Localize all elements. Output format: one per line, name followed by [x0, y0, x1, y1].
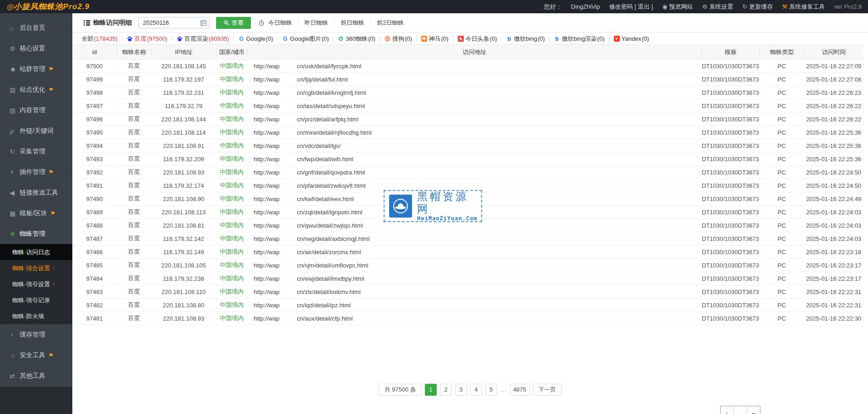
cell-id: 97495 — [72, 129, 117, 136]
corner-widget-button[interactable]: ⇅ — [747, 406, 760, 414]
quick-link[interactable]: 昨日蜘蛛 — [298, 19, 334, 27]
sidebar-item[interactable]: ▦ 模板/区块 ⚑ — [0, 203, 72, 223]
column-header: 国家/城市 — [216, 48, 247, 56]
topbar: ◎小旋风蜘蛛池Pro2.9 您好： DingZhiVip 修改密码 [ 退出 ]… — [0, 0, 868, 13]
url-suffix: cn/mxw/detail/njftocdhg.html — [297, 129, 371, 136]
collect-icon: ↻ — [10, 148, 20, 155]
last-page-button[interactable]: 4875 — [510, 384, 530, 396]
preview-site-link[interactable]: ◉预览网站 — [662, 3, 693, 11]
cell-spider-type: PC — [760, 142, 804, 149]
sidebar-item[interactable]: ▤ 内容管理 ⚑ — [0, 100, 72, 120]
spider-filter[interactable]: 百度渲染 (80935) — [172, 36, 233, 42]
cell-template: DT1030/1030DT3673 — [701, 302, 760, 309]
cell-visit-url: http://wapcn/aux/detail/cfp.html — [247, 315, 701, 322]
spider-filter[interactable]: b 微软bing渲染 (0) — [549, 36, 608, 42]
corner-widget-button[interactable]: 中 — [721, 406, 733, 414]
url-prefix: http://wap — [254, 129, 279, 136]
column-header: IP地址 — [151, 48, 216, 56]
view-button[interactable]: 查看 — [216, 17, 251, 29]
date-input[interactable] — [138, 17, 210, 28]
submenu-item[interactable]: 蜘蛛·综合设置 ↑ — [0, 260, 72, 276]
url-suffix: cn/qwu/detail/zwjtqo.html — [297, 222, 363, 229]
system-settings-link[interactable]: ⚙系统设置 — [702, 3, 733, 11]
quick-link[interactable]: 前2日蜘蛛 — [370, 19, 410, 27]
change-password-link[interactable]: 修改密码 [ 退出 ] — [609, 3, 653, 11]
cell-id: 97493 — [72, 156, 117, 163]
cell-spider-name: 百度 — [117, 75, 151, 83]
submenu-item[interactable]: 蜘蛛·强引记录 — [0, 292, 72, 308]
watermark: 黑帽资源网 HeiMaoZiYuan.Com — [384, 190, 482, 222]
spider-filter[interactable]: 神 神马 (0) — [416, 36, 453, 42]
submenu-item[interactable]: 蜘蛛·强引设置 ↑ — [0, 276, 72, 292]
cell-id: 97498 — [72, 89, 117, 96]
plugin-icon: ⚡ — [10, 169, 20, 176]
cell-visit-url: http://wapcn/vdc/detail/lgs/ — [247, 142, 701, 149]
app-logo: ◎小旋风蜘蛛池Pro2.9 — [6, 1, 90, 12]
submenu-item[interactable]: 蜘蛛·访问日志 — [0, 244, 72, 260]
corner-widget-button[interactable]: ☝ — [733, 406, 747, 414]
sidebar-item[interactable]: ▥ 站点优化 ⚑ — [0, 79, 72, 100]
spider-filter[interactable]: 360蜘蛛 (0) — [333, 36, 380, 42]
submenu-item[interactable]: 蜘蛛·防火墙 — [0, 308, 72, 324]
page-button[interactable]: 3 — [455, 384, 467, 396]
cell-template: DT1030/1030DT3673 — [701, 209, 760, 216]
url-prefix: http://wap — [254, 169, 279, 176]
cell-visit-time: 2025-01-16 22:26:23 — [804, 89, 863, 96]
page-button[interactable]: 2 — [440, 384, 452, 396]
spider-filter[interactable]: 头 今日头条 (0) — [453, 36, 501, 42]
spider-filter[interactable]: G Google (0) — [233, 36, 277, 42]
sidebar-item[interactable]: ℘ 外链/关键词 ⚑ — [0, 120, 72, 141]
cell-region: 中国境内 — [216, 261, 247, 269]
sidebar-item-label: 插件管理 — [20, 168, 45, 176]
cell-id: 97484 — [72, 275, 117, 282]
sidebar-item[interactable]: ⌂ 后台首页 ⚑ — [0, 17, 72, 38]
spider-filter[interactable]: 全部 (178435) — [81, 36, 122, 42]
spider-filter[interactable]: Ⓢ 搜狗 (0) — [380, 36, 416, 42]
cell-spider-type: PC — [760, 76, 804, 83]
cell-visit-url: http://wapcn/sjm/detail/umfiovpc.html — [247, 262, 701, 269]
cell-region: 中国境内 — [216, 314, 247, 322]
spider-filter[interactable]: b 微软bing (0) — [501, 36, 549, 42]
cell-id: 97483 — [72, 289, 117, 295]
page-button[interactable]: 4 — [470, 384, 482, 396]
url-suffix: cn/air/detail/zorcmx.html — [297, 249, 361, 256]
sidebar-item[interactable]: ✳ 蜘蛛管理 ⚑ — [0, 223, 72, 244]
refresh-cache-link[interactable]: ↻更新缓存 — [742, 3, 773, 11]
spider-filter[interactable]: Y Yandex (0) — [609, 36, 653, 42]
table-header: id 蜘蛛名称 IP地址 国家/城市 访问地址 模板 蜘蛛类型 访问时间 — [72, 44, 863, 60]
spider-filter[interactable]: G Google图片 (0) — [277, 36, 333, 42]
sidebar-item[interactable]: ⚡ 插件管理 ⚑ — [0, 162, 72, 182]
cell-ip: 220.181.108.80 — [151, 302, 216, 309]
cell-visit-url: http://wapcn/ewj/detail/lmxtbpy.html — [247, 275, 701, 282]
cell-spider-name: 百度 — [117, 155, 151, 163]
repair-tool-link[interactable]: ⚒系统修复工具 — [782, 3, 825, 11]
quick-link[interactable]: 前日蜘蛛 — [334, 19, 370, 27]
cell-id: 97496 — [72, 116, 117, 123]
table-row: 97495 百度 220.181.108.114 中国境内 http://wap… — [72, 126, 863, 139]
sidebar-item[interactable]: ☼ 安全工具 ⚑ — [0, 345, 72, 365]
cell-visit-url: http://wapcn/cgb/detail/krogtmfj.html — [247, 89, 701, 96]
cell-visit-url: http://wapcn/air/detail/zorcmx.html — [247, 249, 701, 256]
blocks-icon: ▦ — [10, 210, 20, 217]
cell-spider-name: 百度 — [117, 102, 151, 110]
filter-label: 360蜘蛛 — [346, 36, 368, 42]
cell-spider-type: PC — [760, 129, 804, 136]
sidebar-item[interactable]: ↻ 采集管理 ⚑ — [0, 141, 72, 162]
calendar-icon[interactable] — [200, 19, 207, 26]
sidebar-item[interactable]: ☻ 站群管理 ⚑ — [0, 59, 72, 79]
next-page-button[interactable]: 下一页 — [533, 384, 562, 396]
table-row: 97486 百度 116.179.32.149 中国境内 http://wapc… — [72, 245, 863, 259]
sidebar-item[interactable]: ⚙ 核心设置 ⚑ — [0, 38, 72, 59]
submenu-item-label: 蜘蛛·防火墙 — [12, 312, 44, 321]
filter-count: (0) — [597, 36, 605, 42]
quick-link[interactable]: 今日蜘蛛 — [266, 19, 298, 27]
shuffle-icon: ⇄ — [10, 372, 20, 380]
page-button[interactable]: 1 — [425, 384, 437, 396]
spider-filter[interactable]: 百度 (97500) — [122, 36, 172, 42]
url-suffix: cn/fjq/detail/ful.html — [297, 76, 347, 83]
sidebar-item[interactable]: ⇄ 其他工具 ⚑ — [0, 365, 72, 386]
page-button[interactable]: 5 — [485, 384, 497, 396]
sidebar-item[interactable]: ◀ 链接推送工具 ⚑ — [0, 182, 72, 203]
cell-region: 中国境内 — [216, 301, 247, 309]
sidebar-item[interactable]: ◔ 缓存管理 ⚑ — [0, 324, 72, 345]
